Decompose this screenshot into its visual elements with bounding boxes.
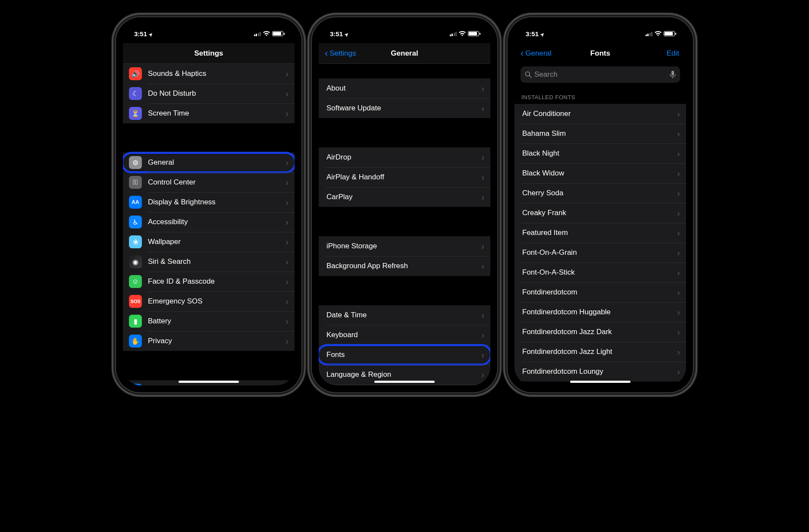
- general-row-airdrop[interactable]: AirDrop›: [319, 147, 490, 167]
- font-row[interactable]: Air Conditioner›: [514, 104, 686, 124]
- chevron-right-icon: ›: [285, 336, 288, 346]
- row-label: Emergency SOS: [148, 297, 285, 306]
- setting-row-do-not-disturb[interactable]: ☾Do Not Disturb›: [123, 84, 295, 103]
- chevron-right-icon: ›: [481, 330, 484, 340]
- font-row[interactable]: Fontdinerdotcom Huggable›: [514, 302, 686, 322]
- nav-bar: ‹ Settings General: [319, 43, 490, 64]
- row-label: Software Update: [326, 104, 481, 113]
- row-label: Display & Brightness: [148, 198, 285, 207]
- setting-row-control-center[interactable]: �⃝Control Center›: [123, 172, 295, 192]
- font-row[interactable]: Fontdinerdotcom›: [514, 282, 686, 302]
- setting-row-wallpaper[interactable]: ❀Wallpaper›: [123, 232, 295, 252]
- nav-bar: ‹ General Fonts Edit: [514, 43, 686, 64]
- chevron-right-icon: ›: [285, 197, 288, 207]
- home-indicator[interactable]: [179, 381, 239, 383]
- back-button[interactable]: ‹ Settings: [322, 43, 359, 63]
- general-row-about[interactable]: About›: [319, 78, 490, 98]
- battery-icon: ▮: [129, 315, 142, 328]
- location-icon: [149, 30, 153, 38]
- row-label: Wallpaper: [148, 238, 285, 246]
- general-row-iphone-storage[interactable]: iPhone Storage›: [319, 236, 490, 256]
- font-row[interactable]: Bahama Slim›: [514, 124, 686, 144]
- section-header: INSTALLED FONTS: [514, 85, 686, 104]
- font-name: Featured Item: [522, 228, 677, 237]
- font-row[interactable]: Fontdinerdotcom Jazz Dark›: [514, 322, 686, 342]
- chevron-right-icon: ›: [481, 153, 484, 163]
- font-row[interactable]: Font-On-A-Stick›: [514, 263, 686, 282]
- chevron-right-icon: ›: [285, 257, 288, 267]
- font-row[interactable]: Black Night›: [514, 144, 686, 163]
- setting-row-sounds-haptics[interactable]: 🔊Sounds & Haptics›: [123, 64, 295, 84]
- setting-row-display-brightness[interactable]: AADisplay & Brightness›: [123, 192, 295, 212]
- font-row[interactable]: Font-On-A-Grain›: [514, 243, 686, 263]
- chevron-right-icon: ›: [677, 288, 680, 297]
- back-button[interactable]: ‹ General: [518, 43, 554, 64]
- gear-icon: ⚙: [129, 156, 142, 169]
- font-row[interactable]: Fontdinerdotcom Jazz Light›: [514, 342, 686, 362]
- row-label: Background App Refresh: [326, 262, 481, 270]
- settings-group: 🔊Sounds & Haptics›☾Do Not Disturb›⏳Scree…: [123, 64, 295, 123]
- general-row-fonts[interactable]: Fonts›: [319, 345, 490, 365]
- font-name: Bahama Slim: [522, 129, 677, 138]
- general-row-carplay[interactable]: CarPlay›: [319, 187, 490, 207]
- setting-row-battery[interactable]: ▮Battery›: [123, 311, 295, 331]
- appstore-icon: Ⓐ: [129, 384, 142, 385]
- chevron-right-icon: ›: [285, 385, 288, 386]
- settings-group: ⚙General›�⃝Control Center›AADisplay & Br…: [123, 153, 295, 351]
- phone-settings: 3:51 Settings 🔊Sounds & Haptics›☾Do Not …: [116, 17, 301, 392]
- edit-button[interactable]: Edit: [667, 43, 679, 64]
- font-row[interactable]: Creaky Frank›: [514, 203, 686, 223]
- row-label: Keyboard: [326, 331, 481, 339]
- setting-row-face-id-passcode[interactable]: ☺︎Face ID & Passcode›: [123, 272, 295, 291]
- chevron-left-icon: ‹: [521, 49, 524, 58]
- font-name: Black Night: [522, 149, 677, 158]
- chevron-right-icon: ›: [481, 84, 484, 94]
- accessibility-icon: ♿︎: [129, 216, 142, 228]
- setting-row-emergency-sos[interactable]: SOSEmergency SOS›: [123, 291, 295, 311]
- general-row-background-app-refresh[interactable]: Background App Refresh›: [319, 256, 490, 276]
- setting-row-siri-search[interactable]: ◉Siri & Search›: [123, 252, 295, 272]
- mic-icon[interactable]: [670, 71, 676, 78]
- row-label: Sounds & Haptics: [148, 69, 285, 78]
- setting-row-general[interactable]: ⚙General›: [123, 153, 295, 172]
- home-indicator[interactable]: [374, 381, 435, 383]
- row-label: Accessibility: [148, 218, 285, 226]
- chevron-right-icon: ›: [285, 237, 288, 247]
- chevron-right-icon: ›: [285, 277, 288, 287]
- chevron-right-icon: ›: [481, 370, 484, 380]
- general-row-airplay-handoff[interactable]: AirPlay & Handoff›: [319, 167, 490, 187]
- font-row[interactable]: Black Widow›: [514, 163, 686, 183]
- font-row[interactable]: Cherry Soda›: [514, 183, 686, 203]
- chevron-right-icon: ›: [677, 327, 680, 337]
- notch: [561, 24, 639, 36]
- row-label: AirPlay & Handoff: [326, 173, 481, 182]
- notch: [170, 24, 248, 36]
- back-label: General: [525, 49, 551, 58]
- font-row[interactable]: Fontdinerdotcom Loungy›: [514, 362, 686, 382]
- row-label: Do Not Disturb: [148, 89, 285, 98]
- chevron-right-icon: ›: [285, 89, 288, 99]
- chevron-right-icon: ›: [677, 149, 680, 159]
- chevron-right-icon: ›: [677, 347, 680, 357]
- page-title: Fonts: [590, 49, 610, 58]
- chevron-right-icon: ›: [285, 69, 288, 79]
- setting-row-accessibility[interactable]: ♿︎Accessibility›: [123, 212, 295, 232]
- general-row-keyboard[interactable]: Keyboard›: [319, 325, 490, 345]
- search-input[interactable]: Search: [521, 66, 680, 83]
- setting-row-screen-time[interactable]: ⏳Screen Time›: [123, 103, 295, 123]
- home-indicator[interactable]: [570, 381, 630, 383]
- face-icon: ☺︎: [129, 275, 142, 288]
- general-row-dictionary[interactable]: Dictionary›: [319, 385, 490, 385]
- general-row-software-update[interactable]: Software Update›: [319, 98, 490, 118]
- setting-row-privacy[interactable]: ✋Privacy›: [123, 331, 295, 351]
- chevron-right-icon: ›: [677, 208, 680, 218]
- chevron-right-icon: ›: [285, 217, 288, 227]
- general-row-date-time[interactable]: Date & Time›: [319, 305, 490, 325]
- fonts-list[interactable]: INSTALLED FONTSAir Conditioner›Bahama Sl…: [514, 85, 686, 385]
- font-row[interactable]: Featured Item›: [514, 223, 686, 243]
- chevron-right-icon: ›: [285, 297, 288, 307]
- general-list[interactable]: About›Software Update›AirDrop›AirPlay & …: [319, 64, 490, 385]
- chevron-right-icon: ›: [481, 172, 484, 182]
- settings-list[interactable]: 🔊Sounds & Haptics›☾Do Not Disturb›⏳Scree…: [123, 64, 295, 385]
- font-name: Fontdinerdotcom Jazz Light: [522, 347, 677, 356]
